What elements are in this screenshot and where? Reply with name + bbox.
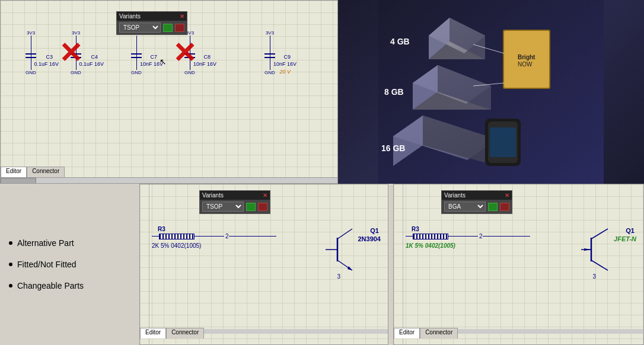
bullet-dot-3 <box>9 284 12 288</box>
tab-editor-top[interactable]: Editor <box>1 167 27 177</box>
close-icon-right[interactable]: ✕ <box>505 192 509 199</box>
svg-text:Bright: Bright <box>518 54 535 60</box>
sep-left-right <box>403 184 403 344</box>
bullet-item-changeable: Changeable Parts <box>9 281 130 290</box>
schematic-area-top: 3V3 GND C3 0.1uF 16V 3V3 GND C4 <box>1 24 337 171</box>
r3-label-mid: R3 <box>158 226 165 232</box>
scrollbar-thumb-top[interactable] <box>1 178 36 184</box>
component-c8: 3V3 GND C8 10nF 16V ✕ <box>184 30 195 75</box>
panel-scrollbar-top[interactable] <box>1 177 337 183</box>
bullet-dot-2 <box>9 263 12 266</box>
variants-title-mid: Variants <box>202 192 224 199</box>
variants-body-right: BGA <box>442 200 512 213</box>
q1-label-mid: Q1 <box>370 227 379 234</box>
tab-editor-mid[interactable]: Editor <box>140 328 166 338</box>
bottom-gap <box>388 184 393 345</box>
tab-connector-right[interactable]: Connector <box>420 328 458 338</box>
variants-select-mid[interactable]: TSOP <box>202 202 244 212</box>
r3-value-right: 1K 5% 0402(1005) <box>406 242 455 249</box>
transistor-svg-mid <box>323 226 358 273</box>
svg-marker-28 <box>347 266 352 270</box>
close-icon-mid[interactable]: ✕ <box>263 192 267 199</box>
pyramid-svg: Bright NOW 4 GB 8 GB 16 GB <box>338 0 644 184</box>
q1-value-right: JFET-N <box>614 235 636 242</box>
r3-label-right: R3 <box>412 226 419 232</box>
top-row: Variants ✕ TSOP 3V3 GND C <box>0 0 644 184</box>
transistor-svg-right <box>578 226 614 273</box>
resistor-row-right: 2 <box>406 233 530 239</box>
variants-title-top: Variants <box>119 13 141 20</box>
bullet-item-fitted: Fitted/Not Fitted <box>9 260 130 269</box>
svg-text:4 GB: 4 GB <box>390 37 410 46</box>
bullet-label-changeable: Changeable Parts <box>17 281 84 290</box>
r3-value-mid: 2K 5% 0402(1005) <box>152 242 201 249</box>
svg-text:16 GB: 16 GB <box>381 143 405 153</box>
variants-body-mid: TSOP <box>200 200 270 213</box>
component-c4: 3V3 GND C4 0.1uF 16V ✕ <box>71 30 81 75</box>
component-c9: 3V3 GND C9 10nF 16V 20 V <box>264 30 275 75</box>
svg-text:NOW: NOW <box>518 61 533 68</box>
tab-connector-top[interactable]: Connector <box>27 167 65 177</box>
q1-label-right: Q1 <box>626 227 635 234</box>
image-panel-top: Bright NOW 4 GB 8 GB 16 GB <box>338 0 644 184</box>
variants-titlebar-top: Variants ✕ <box>117 12 187 21</box>
close-icon-top[interactable]: ✕ <box>180 13 184 20</box>
variants-dialog-bottom-mid: Variants ✕ TSOP <box>199 190 270 214</box>
variants-btn-green-top[interactable] <box>163 24 173 32</box>
cursor: ↖ <box>160 57 167 66</box>
variants-dialog-top: Variants ✕ TSOP <box>116 11 187 35</box>
resistor-row-mid: 2 <box>152 233 276 239</box>
svg-line-26 <box>337 229 352 239</box>
svg-marker-33 <box>584 248 591 251</box>
bullet-label-alternative: Alternative Part <box>17 238 74 248</box>
schematic-panel-right: Variants ✕ BGA R3 2 <box>393 184 644 345</box>
bullet-dot-1 <box>9 241 12 245</box>
variants-btn-green-mid[interactable] <box>246 203 256 211</box>
variants-btn-red-mid[interactable] <box>258 203 267 211</box>
variants-btn-red-top[interactable] <box>175 24 184 32</box>
bullet-panel: Alternative Part Fitted/Not Fitted Chang… <box>0 184 139 345</box>
node3-right: 3 <box>592 273 596 280</box>
pyramid-scene: Bright NOW 4 GB 8 GB 16 GB <box>338 0 644 184</box>
component-c7: 3V3 GND C7 10nF 16V <box>131 30 142 75</box>
variants-btn-green-right[interactable] <box>488 203 498 211</box>
variants-select-top[interactable]: TSOP <box>119 23 161 33</box>
svg-line-32 <box>591 260 608 270</box>
variants-body-top: TSOP <box>117 21 187 34</box>
bullet-label-fitted: Fitted/Not Fitted <box>17 260 76 269</box>
component-c3: 3V3 GND C3 0.1uF 16V <box>25 30 36 75</box>
panel-tabs-top: Editor Connector <box>1 167 65 177</box>
bottom-row: Alternative Part Fitted/Not Fitted Chang… <box>0 184 644 345</box>
tab-connector-mid[interactable]: Connector <box>166 328 204 338</box>
svg-text:8 GB: 8 GB <box>384 87 404 97</box>
svg-rect-20 <box>490 127 516 157</box>
q1-value-mid: 2N3904 <box>358 235 381 242</box>
red-x-c4: ✕ <box>59 39 82 68</box>
variants-btn-red-right[interactable] <box>500 203 509 211</box>
variants-title-right: Variants <box>444 192 466 199</box>
variants-select-right[interactable]: BGA <box>444 202 486 212</box>
panel-tabs-right: Editor Connector <box>394 328 458 338</box>
schematic-panel-bottom: Variants ✕ TSOP R3 2 <box>139 184 388 345</box>
variants-titlebar-mid: Variants ✕ <box>200 191 270 200</box>
panel-tabs-mid: Editor Connector <box>140 328 204 338</box>
sep-left-mid <box>149 184 149 344</box>
variants-dialog-bottom-right: Variants ✕ BGA <box>441 190 512 214</box>
red-x-c8: ✕ <box>173 39 196 68</box>
tab-editor-right[interactable]: Editor <box>394 328 420 338</box>
bullet-item-alternative: Alternative Part <box>9 238 130 248</box>
schematic-panel-top: Variants ✕ TSOP 3V3 GND C <box>0 0 338 184</box>
svg-line-31 <box>591 229 608 239</box>
variants-titlebar-right: Variants ✕ <box>442 191 512 200</box>
node3-mid: 3 <box>337 273 340 280</box>
